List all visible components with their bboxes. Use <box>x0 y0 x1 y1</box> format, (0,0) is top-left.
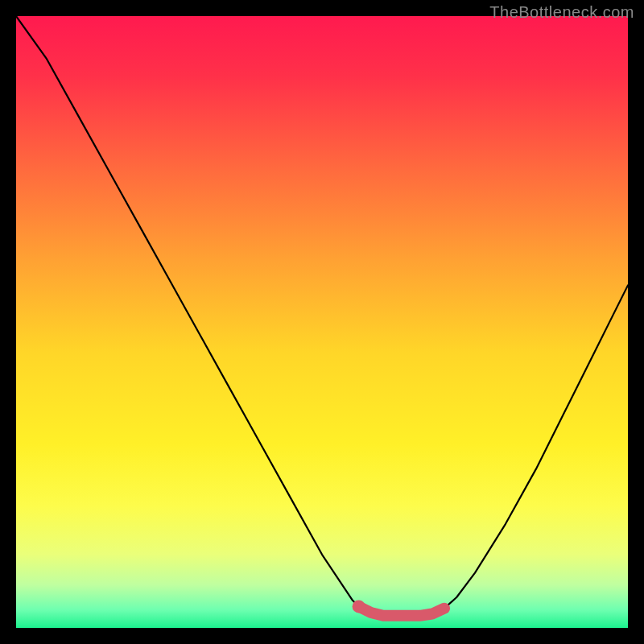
optimal-start-dot <box>353 600 365 613</box>
chart-plot-area <box>16 16 628 628</box>
watermark-text: TheBottleneck.com <box>489 3 634 22</box>
optimal-range-highlight <box>359 606 444 615</box>
bottleneck-curve-line <box>16 16 628 616</box>
chart-curve-layer <box>16 16 628 628</box>
